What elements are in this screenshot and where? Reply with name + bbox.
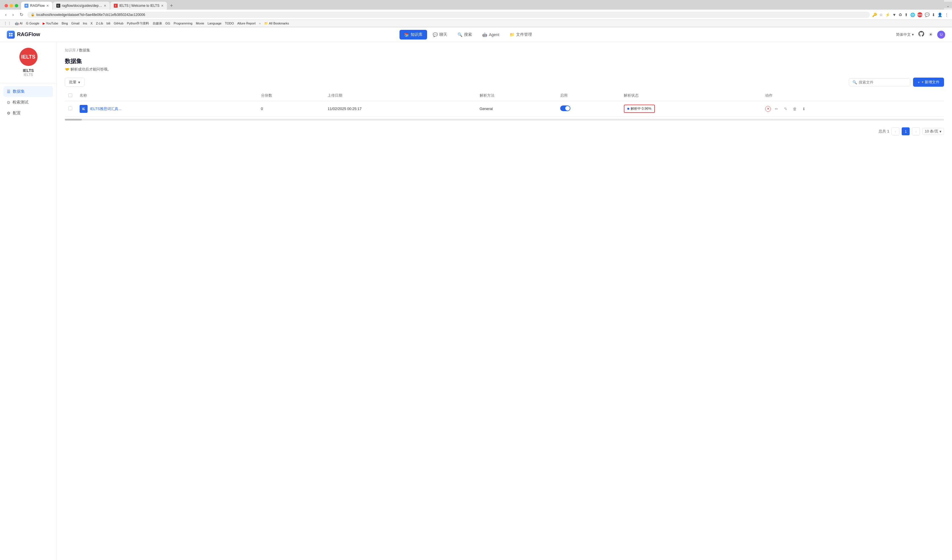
extension-icon-1[interactable]: ⚡ <box>885 12 890 17</box>
search-box: 🔍 <box>849 78 910 86</box>
content-area: 知识库 / 数据集 数据集 🤝 解析成功后才能问答哦。 批量 ▾ 🔍 + <box>57 42 952 560</box>
tab-files[interactable]: 📁 文件管理 <box>505 30 536 40</box>
knowledge-icon: 📚 <box>404 32 409 37</box>
bookmark-ins[interactable]: Ins <box>83 22 87 25</box>
tab-ielts[interactable]: I IELTS | Welcome to IELTS × <box>110 2 167 10</box>
sidebar-item-retrieval[interactable]: ⊙ 检索测试 <box>3 97 53 108</box>
forward-button[interactable]: › <box>11 12 15 18</box>
bookmark-language[interactable]: Language <box>207 22 221 25</box>
prev-page-button[interactable]: ‹ <box>892 127 899 135</box>
status-badge: 解析中 0.96% <box>624 105 655 113</box>
url-box[interactable]: 🔒 localhost/knowledge/dataset?id=5ae48e0… <box>27 12 870 18</box>
tab-agent[interactable]: 🤖 Agent <box>478 30 504 39</box>
edit-icon[interactable]: ✏ <box>773 105 780 112</box>
page-1-button[interactable]: 1 <box>902 127 910 135</box>
sidebar-item-config[interactable]: ⚙ 配置 <box>3 108 53 119</box>
back-button[interactable]: ‹ <box>3 12 8 18</box>
retrieval-icon: ⊙ <box>7 100 10 105</box>
tab-ragflow-close[interactable]: × <box>46 3 49 8</box>
stop-button[interactable]: ✕ <box>765 106 771 112</box>
search-nav-icon: 🔍 <box>457 32 462 37</box>
share-icon[interactable]: 💬 <box>925 12 930 17</box>
enable-toggle[interactable] <box>560 105 570 111</box>
bookmark-bili[interactable]: bili <box>107 22 110 25</box>
sidebar-logo: IELTS <box>19 48 37 66</box>
bookmark-ai[interactable]: 🤖 AI <box>15 22 22 25</box>
config-icon: ⚙ <box>7 111 11 116</box>
per-page-selector[interactable]: 10 条/页 ▾ <box>922 128 944 135</box>
row-method-cell: General <box>476 101 557 117</box>
delete-icon[interactable]: 🗑 <box>791 105 798 112</box>
theme-icon[interactable]: ☀ <box>929 32 933 37</box>
tab-ragflow[interactable]: R RAGFlow × <box>21 2 52 10</box>
bookmark-zlib[interactable]: Z-Lib <box>96 22 103 25</box>
github-icon[interactable] <box>918 31 924 38</box>
horizontal-scrollbar[interactable] <box>65 119 944 120</box>
maximize-button[interactable] <box>15 4 18 8</box>
logo[interactable]: RAGFlow <box>7 31 40 39</box>
extension-icon-4[interactable]: ⬆ <box>904 12 908 17</box>
bookmark-python[interactable]: Python学习资料 <box>127 21 149 26</box>
tab-ragflow-title: RAGFlow <box>30 4 45 8</box>
tab-ragdocs-close[interactable]: × <box>104 3 106 8</box>
bookmark-todo[interactable]: TODO <box>225 22 234 25</box>
download-icon[interactable]: ⬇ <box>932 12 935 17</box>
add-file-button[interactable]: + + 新增文件 <box>913 78 944 87</box>
bookmark-youtube[interactable]: ▶ YouTube <box>43 22 58 25</box>
add-icon: + <box>918 80 920 85</box>
col-chunks: 分块数 <box>258 90 325 101</box>
tab-bar-controls: ⌄ <box>944 2 952 8</box>
svg-rect-0 <box>9 33 11 34</box>
file-link[interactable]: IELTS雅思词汇真... <box>90 106 121 111</box>
bookmark-zmt[interactable]: 自媒体 <box>153 21 162 26</box>
extension-icon-2[interactable]: ▼ <box>892 12 896 17</box>
close-button[interactable] <box>5 4 8 8</box>
bookmark-gmail[interactable]: Gmail <box>71 22 80 25</box>
search-input[interactable] <box>859 80 907 85</box>
extension-icon-3[interactable]: ♻ <box>898 12 902 17</box>
bookmark-all[interactable]: 📁 All Bookmarks <box>264 22 289 25</box>
menu-icon[interactable]: ⋮ <box>944 12 949 17</box>
language-selector[interactable]: 简体中文 ▾ <box>896 32 914 37</box>
bookmark-star-icon[interactable]: ☆ <box>879 12 883 17</box>
minimize-button[interactable] <box>10 4 13 8</box>
bookmark-allure[interactable]: Allure Report <box>237 22 256 25</box>
batch-button[interactable]: 批量 ▾ <box>65 78 85 87</box>
row-checkbox[interactable] <box>68 106 72 110</box>
bookmark-x[interactable]: X <box>90 22 93 25</box>
bookmarks-more[interactable]: » <box>259 22 261 25</box>
tab-search[interactable]: 🔍 搜索 <box>453 30 477 40</box>
tab-chat[interactable]: 💬 聊天 <box>428 30 452 40</box>
extension-icon-5[interactable]: 🌐 <box>910 12 915 17</box>
new-tab-button[interactable]: + <box>167 2 175 10</box>
sidebar-divider <box>0 83 57 84</box>
tab-files-label: 文件管理 <box>516 32 532 37</box>
tab-ielts-close[interactable]: × <box>161 3 164 8</box>
table-toolbar: 批量 ▾ 🔍 + + 新增文件 <box>65 78 944 87</box>
breadcrumb-current: 数据集 <box>79 48 90 52</box>
profile-icon[interactable]: 👤 <box>938 12 942 17</box>
reload-button[interactable]: ↻ <box>18 11 25 18</box>
avatar[interactable]: U <box>937 31 945 39</box>
bookmark-gg[interactable]: GG <box>165 22 170 25</box>
bookmark-programming[interactable]: Programming <box>174 22 193 25</box>
data-table: 名称 分块数 上传日期 解析方法 启用 解析状态 动作 IE <box>65 90 944 117</box>
tab-knowledge[interactable]: 📚 知识库 <box>400 30 427 40</box>
next-page-button[interactable]: › <box>912 127 920 135</box>
bookmark-movie[interactable]: Movie <box>196 22 204 25</box>
breadcrumb-parent[interactable]: 知识库 <box>65 48 76 52</box>
bookmark-bing[interactable]: Bing <box>62 22 68 25</box>
agent-icon: 🤖 <box>482 32 487 37</box>
total-count: 总共 1 <box>879 129 889 134</box>
bookmark-github[interactable]: GitHub <box>114 22 124 25</box>
tab-ragdocs[interactable]: G ragflow/docs/guides/deploy_... × <box>53 2 110 10</box>
rename-icon[interactable]: ✎ <box>782 105 789 112</box>
tab-ragdocs-favicon: G <box>56 4 60 8</box>
bookmark-google[interactable]: G Google <box>26 22 39 25</box>
apps-icon[interactable]: ⋮⋮ <box>3 21 11 26</box>
select-all-checkbox[interactable] <box>68 93 72 97</box>
password-icon[interactable]: 🔑 <box>872 12 877 17</box>
sidebar-item-dataset[interactable]: ☰ 数据集 <box>3 86 53 97</box>
tab-ragflow-favicon: R <box>25 4 28 8</box>
download-icon[interactable]: ⬇ <box>801 105 807 112</box>
